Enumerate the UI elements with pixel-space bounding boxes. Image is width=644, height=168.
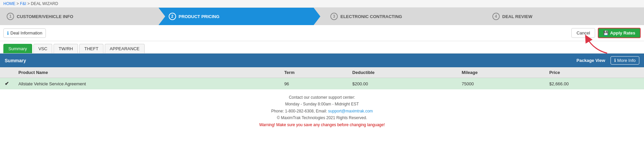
- col-term: Term: [279, 67, 347, 78]
- col-price: Price: [545, 67, 644, 78]
- breadcrumb-home[interactable]: HOME: [3, 1, 15, 6]
- row-check: ✔: [0, 78, 14, 90]
- step-label-1: CUSTOMER/VEHICLE INFO: [17, 14, 73, 19]
- step-label-3: ELECTRONIC CONTRACTING: [340, 14, 402, 19]
- tabs-bar: Summary VSC TW/RH THEFT APPEARANCE: [0, 41, 644, 54]
- summary-title: Summary: [5, 58, 26, 63]
- step-num-2: 2: [169, 13, 176, 20]
- row-price: $2,666.00: [545, 78, 644, 90]
- package-view-button[interactable]: Package View: [576, 58, 605, 63]
- info-icon: ℹ: [7, 30, 9, 36]
- summary-header-right: Package View ℹ More Info: [576, 56, 639, 65]
- more-info-label: More Info: [617, 58, 636, 63]
- tab-theft[interactable]: THEFT: [79, 44, 103, 53]
- table-row: ✔ Allstate Vehicle Service Agreement 96 …: [0, 78, 644, 90]
- wizard-steps: 1 CUSTOMER/VEHICLE INFO 2 PRODUCT PRICIN…: [0, 8, 644, 25]
- wizard-step-4[interactable]: 4 DEAL REVIEW: [482, 8, 644, 25]
- toolbar: ℹ Deal Information Cancel 💾 Apply Rates: [0, 25, 644, 41]
- wizard-step-1[interactable]: 1 CUSTOMER/VEHICLE INFO: [0, 8, 159, 25]
- deal-information-button[interactable]: ℹ Deal Information: [3, 28, 46, 38]
- breadcrumb-current: DEAL WIZARD: [31, 1, 58, 6]
- footer-line4: © MaximTrak Technologies 2021 Rights Res…: [5, 114, 639, 121]
- more-info-button[interactable]: ℹ More Info: [611, 56, 639, 65]
- tab-appearance[interactable]: APPEARANCE: [105, 44, 145, 53]
- row-mileage: 75000: [457, 78, 545, 90]
- deal-info-label: Deal Information: [10, 30, 42, 35]
- row-term: 96: [279, 78, 347, 90]
- summary-header-bar: Summary Package View ℹ More Info: [0, 54, 644, 67]
- col-product-name: Product Name: [14, 67, 279, 78]
- footer-line1: Contact our customer support center:: [5, 94, 639, 101]
- breadcrumb-fni[interactable]: F&I: [20, 1, 26, 6]
- apply-rates-label: Apply Rates: [610, 30, 635, 35]
- footer-line3: Phone: 1-800-282-6308, Email: support@ma…: [5, 108, 639, 114]
- footer-warning: Warning! Make sure you save any changes …: [5, 121, 639, 128]
- step-num-3: 3: [330, 13, 338, 20]
- summary-table: Product Name Term Deductible Mileage Pri…: [0, 67, 644, 89]
- row-product-name: Allstate Vehicle Service Agreement: [14, 78, 279, 90]
- footer-phone: Phone: 1-800-282-6308, Email:: [271, 109, 328, 113]
- footer-line2: Monday - Sunday 8:00am - Midnight EST: [5, 101, 639, 107]
- apply-rates-button[interactable]: 💾 Apply Rates: [598, 28, 641, 38]
- cancel-button[interactable]: Cancel: [571, 28, 595, 38]
- checkmark-icon: ✔: [5, 81, 9, 86]
- breadcrumb: HOME > F&I > DEAL WIZARD: [0, 0, 644, 8]
- step-num-1: 1: [7, 13, 14, 20]
- table-header-row: Product Name Term Deductible Mileage Pri…: [0, 67, 644, 78]
- step-label-2: PRODUCT PRICING: [179, 14, 220, 19]
- row-deductible: $200.00: [348, 78, 457, 90]
- footer-email[interactable]: support@maximtrak.com: [328, 109, 373, 113]
- more-info-icon: ℹ: [614, 58, 616, 63]
- footer: Contact our customer support center: Mon…: [0, 89, 644, 133]
- toolbar-right: Cancel 💾 Apply Rates: [571, 28, 641, 38]
- apply-rates-icon: 💾: [603, 30, 609, 35]
- tab-twrh[interactable]: TW/RH: [54, 44, 78, 53]
- wizard-step-3[interactable]: 3 ELECTRONIC CONTRACTING: [320, 8, 482, 25]
- col-mileage: Mileage: [457, 67, 545, 78]
- step-num-4: 4: [492, 13, 500, 20]
- wizard-step-2[interactable]: 2 PRODUCT PRICING: [159, 8, 321, 25]
- col-deductible: Deductible: [348, 67, 457, 78]
- tab-summary[interactable]: Summary: [3, 44, 32, 53]
- tab-vsc[interactable]: VSC: [33, 44, 53, 53]
- col-checkbox: [0, 67, 14, 78]
- step-label-4: DEAL REVIEW: [502, 14, 533, 19]
